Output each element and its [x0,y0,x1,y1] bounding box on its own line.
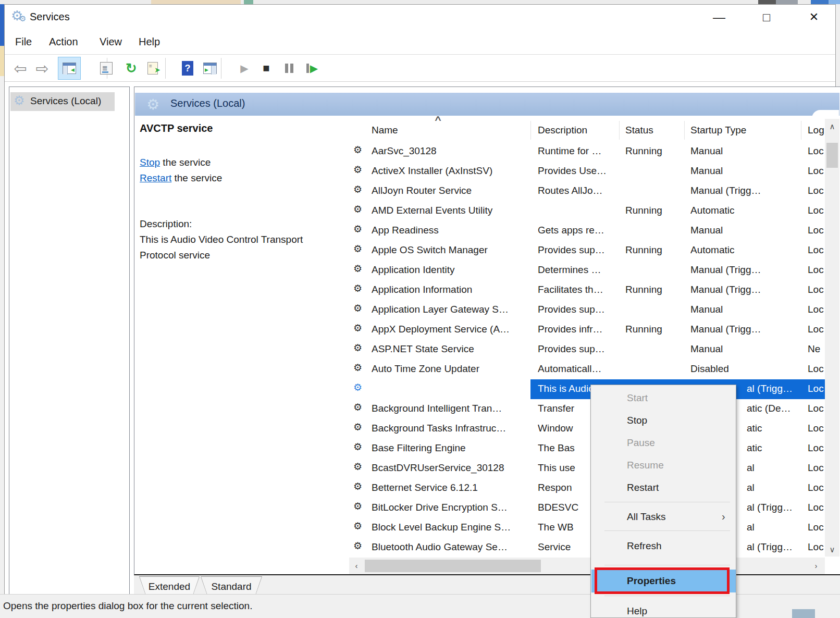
show-console-tree-button[interactable]: ◀ [58,57,81,80]
service-name: ASP.NET State Service [372,343,525,355]
service-row[interactable]: ⚙Application Layer Gateway S…Provides su… [349,300,839,320]
service-name: Block Level Backup Engine S… [372,522,525,533]
vertical-scroll-thumb[interactable] [826,143,838,168]
column-header-description[interactable]: Description [538,120,587,141]
help-button[interactable]: ? [176,57,199,80]
service-row[interactable]: ⚙Auto Time Zone UpdaterAutomaticall…Disa… [349,360,839,379]
back-button[interactable]: ⇦ [9,57,32,80]
menu-item-properties[interactable]: Properties [591,570,736,592]
service-gear-icon: ⚙ [353,322,362,333]
service-row[interactable]: ⚙ActiveX Installer (AxInstSV)Provides Us… [349,162,839,181]
service-name: Apple OS Switch Manager [372,244,525,256]
menubar-item-action[interactable]: Action [46,35,81,49]
status-corner-widget [792,609,815,618]
minimize-button[interactable]: — [702,5,736,30]
scroll-right-icon[interactable]: › [810,561,822,570]
menu-item-stop[interactable]: Stop [591,409,736,431]
service-gear-icon: ⚙ [353,500,362,512]
menu-item-all-tasks[interactable]: All Tasks› [591,505,736,528]
tree-item-label: Services (Local) [30,95,101,107]
service-gear-icon: ⚙ [353,461,362,472]
stop-service-link[interactable]: Stop [140,157,160,168]
service-startup-type: Manual [690,165,778,177]
service-startup-type: Manual (Trigg… [690,324,778,335]
service-gear-icon: ⚙ [353,282,362,294]
service-row[interactable]: ⚙App ReadinessGets apps re…ManualLoc [349,221,839,241]
menu-item-help[interactable]: Help [591,600,736,618]
export-list-button[interactable]: ≡➤ [141,57,164,80]
service-gear-icon: ⚙ [353,223,362,234]
show-action-pane-button[interactable]: ▶ [199,57,221,80]
service-log-on-as: Ne [808,343,825,355]
service-row[interactable]: ⚙ASP.NET State ServiceProvides sup…Manua… [349,340,839,360]
service-description: Runtime for … [538,145,617,157]
desktop-top-strip [0,0,840,4]
menu-item-restart[interactable]: Restart [591,476,736,499]
service-gear-icon: ⚙ [353,302,362,314]
service-row[interactable]: ⚙AarSvc_30128Runtime for …RunningManualL… [349,142,839,162]
stop-link-suffix: the service [160,157,211,168]
service-gear-icon: ⚙ [353,164,362,175]
service-row[interactable]: ⚙Application IdentityDetermines …Manual … [349,261,839,280]
service-name: Base Filtering Engine [372,442,525,454]
service-description: Facilitates th… [538,284,617,295]
close-button[interactable]: ✕ [797,5,831,30]
stop-service-button[interactable]: ■ [255,57,278,80]
pause-service-button[interactable] [278,57,301,80]
menu-separator [604,530,730,531]
scroll-up-icon[interactable]: ∧ [825,122,839,131]
service-log-on-as: Loc [808,442,825,454]
toolbar: ⇦⇨◀≣↻≡➤?▶▶■▶ [5,55,835,82]
horizontal-scrollbar[interactable]: ‹ › [349,558,825,574]
menu-item-refresh[interactable]: Refresh [591,535,736,557]
maximize-button[interactable]: □ [749,5,784,30]
restart-service-button[interactable]: ▶ [301,57,324,80]
service-gear-icon: ⚙ [353,441,362,452]
scroll-left-icon[interactable]: ‹ [350,561,363,570]
refresh-button[interactable]: ↻ [120,57,143,80]
service-log-on-as: Loc [808,423,825,434]
horizontal-scroll-thumb[interactable] [365,560,541,572]
service-row[interactable]: ⚙Application InformationFacilitates th…R… [349,280,839,300]
start-service-button[interactable]: ▶ [233,57,256,80]
service-status: Running [625,205,683,216]
menu-item-resume[interactable]: Resume [591,454,736,476]
service-row[interactable]: ⚙Apple OS Switch ManagerProvides sup…Run… [349,241,839,261]
menubar-item-view[interactable]: View [96,35,125,49]
pane-header-band: ⚙ Services (Local) [135,93,839,116]
description-line2: Protocol service [140,250,210,261]
service-log-on-as: Loc [808,165,825,177]
service-gear-icon: ⚙ [353,381,362,393]
menu-separator [604,596,730,596]
service-gear-icon: ⚙ [353,362,362,373]
service-name: Application Layer Gateway S… [372,304,525,315]
service-gear-icon: ⚙ [353,203,362,215]
service-description: Routes AllJo… [538,185,617,196]
menubar-item-help[interactable]: Help [135,35,163,49]
column-header-log-on-as[interactable]: Log [808,120,824,141]
service-row[interactable]: ⚙AppX Deployment Service (A…Provides inf… [349,320,839,340]
service-row[interactable]: ⚙AllJoyn Router ServiceRoutes AllJo…Manu… [349,181,839,201]
menubar-item-file[interactable]: File [12,35,35,49]
forward-button[interactable]: ⇨ [31,57,54,80]
scroll-down-icon[interactable]: ∨ [825,545,839,554]
restart-service-link[interactable]: Restart [140,172,171,183]
service-name: Background Intelligent Tran… [372,403,525,414]
service-log-on-as: Loc [808,502,825,513]
title-bar[interactable]: ⚙ ⚙ Services — □ ✕ [5,5,835,30]
column-header-startup-type[interactable]: Startup Type [690,120,746,141]
column-header-status[interactable]: Status [625,120,653,141]
menu-item-pause[interactable]: Pause [591,431,736,454]
properties-button[interactable]: ≣ [95,57,118,80]
service-name: AllJoyn Router Service [372,185,525,196]
service-log-on-as: Loc [808,462,825,474]
service-description: Determines … [538,264,617,276]
vertical-scrollbar[interactable]: ∧ ∨ [825,119,839,557]
service-name: BitLocker Drive Encryption S… [372,502,525,513]
service-description: Gets apps re… [538,225,617,236]
service-row[interactable]: ⚙AMD External Events UtilityRunningAutom… [349,201,839,221]
column-header-name[interactable]: Name [372,120,398,141]
service-name: AarSvc_30128 [372,145,525,157]
tree-item-services-local[interactable]: ⚙ Services (Local) [10,92,115,111]
menu-item-start[interactable]: Start [591,387,736,409]
